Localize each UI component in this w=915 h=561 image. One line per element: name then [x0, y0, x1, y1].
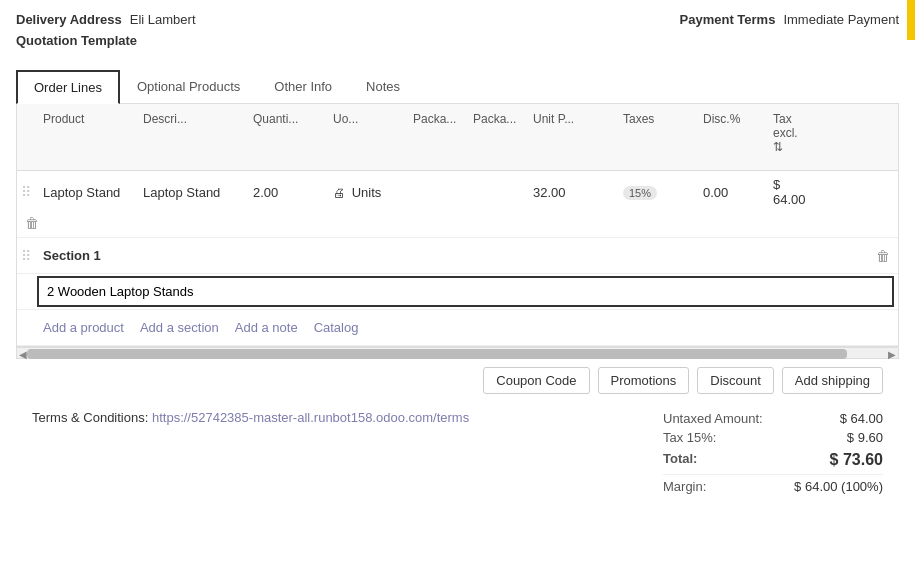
tax-label: Tax 15%:	[663, 430, 716, 445]
col-description: Descri...	[137, 108, 247, 158]
tab-other-info[interactable]: Other Info	[257, 70, 349, 104]
tax-row: Tax 15%: $ 9.60	[663, 429, 883, 446]
delete-row-button[interactable]: 🗑	[17, 211, 37, 235]
col-actions	[17, 158, 37, 166]
payment-terms-label: Payment Terms	[680, 12, 776, 27]
col-disc: Disc.%	[697, 108, 767, 158]
discount-button[interactable]: Discount	[697, 367, 774, 394]
cell-packaging2	[467, 188, 527, 196]
cell-packaging1	[407, 188, 467, 196]
quotation-template-group: Quotation Template	[16, 33, 196, 48]
cell-tax-excl: $ 64.00	[767, 173, 797, 211]
margin-value: $ 64.00 (100%)	[794, 479, 883, 494]
col-taxes: Taxes	[617, 108, 697, 158]
cell-product[interactable]: Laptop Stand	[37, 181, 137, 204]
margin-row: Margin: $ 64.00 (100%)	[663, 474, 883, 494]
cell-disc[interactable]: 0.00	[697, 181, 767, 204]
scroll-right-arrow[interactable]: ▶	[886, 348, 898, 360]
action-buttons-row: Coupon Code Promotions Discount Add ship…	[16, 359, 899, 402]
header-fields: Delivery Address Eli Lambert Quotation T…	[16, 12, 899, 60]
col-product: Product	[37, 108, 137, 158]
section-label: Section 1	[37, 244, 868, 267]
totals-section: Untaxed Amount: $ 64.00 Tax 15%: $ 9.60 …	[663, 410, 883, 494]
tab-optional-products[interactable]: Optional Products	[120, 70, 257, 104]
section-input-row	[17, 276, 898, 310]
uom-value: Units	[352, 185, 382, 200]
add-note-link[interactable]: Add a note	[229, 318, 304, 337]
payment-terms-group: Payment Terms Immediate Payment	[680, 12, 899, 27]
col-quantity: Quanti...	[247, 108, 327, 158]
col-tax-excl: Tax excl. ⇅	[767, 108, 797, 158]
untaxed-amount-row: Untaxed Amount: $ 64.00	[663, 410, 883, 427]
section-input-wrapper	[37, 276, 894, 307]
tab-notes[interactable]: Notes	[349, 70, 417, 104]
untaxed-label: Untaxed Amount:	[663, 411, 763, 426]
table-header: Product Descri... Quanti... Uo... Packa.…	[17, 104, 898, 171]
tabs-container: Order Lines Optional Products Other Info…	[16, 70, 899, 104]
section-drag-handle[interactable]: ⠿	[17, 244, 37, 268]
sort-icon[interactable]: ⇅	[773, 140, 783, 154]
add-shipping-button[interactable]: Add shipping	[782, 367, 883, 394]
quotation-template-label: Quotation Template	[16, 33, 137, 48]
add-product-link[interactable]: Add a product	[37, 318, 130, 337]
tax-badge[interactable]: 15%	[623, 186, 657, 200]
cell-unit-price[interactable]: 32.00	[527, 181, 617, 204]
coupon-code-button[interactable]: Coupon Code	[483, 367, 589, 394]
terms-label: Terms & Conditions:	[32, 410, 148, 425]
delivery-address-value: Eli Lambert	[130, 12, 196, 27]
catalog-link[interactable]: Catalog	[308, 318, 365, 337]
total-value: $ 73.60	[830, 451, 883, 469]
delete-section-button[interactable]: 🗑	[868, 244, 898, 268]
cell-taxes: 15%	[617, 181, 697, 204]
bottom-section: Terms & Conditions: https://52742385-mas…	[16, 402, 899, 502]
col-drag	[17, 108, 37, 158]
tab-order-lines[interactable]: Order Lines	[16, 70, 120, 104]
payment-terms-value: Immediate Payment	[783, 12, 899, 27]
untaxed-value: $ 64.00	[840, 411, 883, 426]
col-packaging1: Packa...	[407, 108, 467, 158]
terms-conditions: Terms & Conditions: https://52742385-mas…	[32, 410, 469, 425]
uom-icon: 🖨	[333, 186, 345, 200]
grand-total-row: Total: $ 73.60	[663, 450, 883, 470]
promotions-button[interactable]: Promotions	[598, 367, 690, 394]
table-row: ⠿ Laptop Stand Laptop Stand 2.00 🖨 Units…	[17, 171, 898, 238]
cell-quantity[interactable]: 2.00	[247, 181, 327, 204]
cell-uom: 🖨 Units	[327, 181, 407, 204]
terms-link[interactable]: https://52742385-master-all.runbot158.od…	[152, 410, 469, 425]
delivery-address-group: Delivery Address Eli Lambert	[16, 12, 196, 27]
section-text-input[interactable]	[39, 278, 892, 305]
col-packaging2: Packa...	[467, 108, 527, 158]
tax-value: $ 9.60	[847, 430, 883, 445]
col-unit-price: Unit P...	[527, 108, 617, 158]
order-lines-table: Product Descri... Quanti... Uo... Packa.…	[16, 104, 899, 347]
cell-description: Laptop Stand	[137, 181, 247, 204]
section-row: ⠿ Section 1 🗑	[17, 238, 898, 274]
add-section-link[interactable]: Add a section	[134, 318, 225, 337]
col-uom: Uo...	[327, 108, 407, 158]
add-actions-row: Add a product Add a section Add a note C…	[17, 310, 898, 346]
margin-label: Margin:	[663, 479, 706, 494]
horizontal-scrollbar[interactable]: ◀ ▶	[16, 347, 899, 359]
delivery-address-label: Delivery Address	[16, 12, 122, 27]
drag-handle[interactable]: ⠿	[17, 180, 37, 204]
scrollbar-thumb[interactable]	[27, 349, 847, 359]
total-label: Total:	[663, 451, 697, 469]
